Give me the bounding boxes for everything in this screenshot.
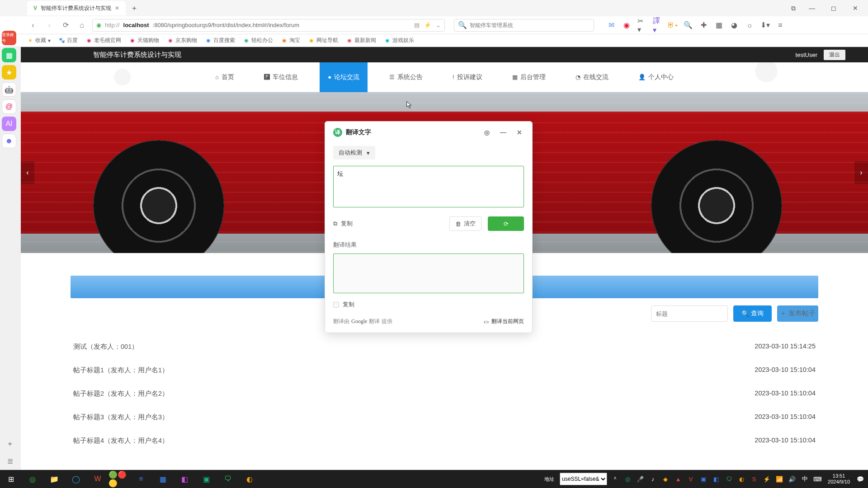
mail-icon[interactable]: ✉ [607, 21, 616, 30]
bookmark-item[interactable]: 🐾百度 [59, 37, 78, 44]
bookmark-item[interactable]: ◉网址导航 [308, 37, 338, 44]
nav-home-icon[interactable]: ⌂ [76, 19, 88, 31]
bookmark-item[interactable]: ◉最新新闻 [346, 37, 376, 44]
language-select[interactable]: 自动检测▾ [333, 146, 375, 160]
popup-minimize-icon[interactable]: — [499, 128, 508, 137]
nav-reload-icon[interactable]: ⟳ [60, 19, 71, 31]
grid-icon[interactable]: ▦ [714, 21, 723, 30]
new-tab-button[interactable]: ＋ [128, 2, 140, 14]
browser-tab[interactable]: V 智能停车计费系统设计与实现 ✕ [27, 1, 126, 15]
weibo-icon[interactable]: ◉ [622, 21, 631, 30]
tray-icon[interactable]: ▲ [673, 474, 683, 484]
bookmark-item[interactable]: ◉轻松办公 [243, 37, 273, 44]
nav-item[interactable]: ◔在线交流 [567, 62, 617, 92]
status-combo[interactable]: useSSL=false& [560, 473, 607, 485]
dock-icon[interactable]: 🤖 [2, 82, 16, 97]
tray-icon[interactable]: 🗨 [724, 474, 734, 484]
tray-icon[interactable]: ♪ [648, 474, 658, 484]
bookmark-item[interactable]: ◉淘宝 [281, 37, 300, 44]
window-close-icon[interactable]: ✕ [845, 1, 865, 15]
tray-wifi-icon[interactable]: 📶 [774, 474, 784, 484]
pin-icon[interactable]: ⧉ [787, 1, 800, 15]
download-icon[interactable]: ⬇▾ [760, 21, 769, 30]
tray-icon[interactable]: ▣ [698, 474, 708, 484]
flash-icon[interactable]: ⚡ [424, 22, 431, 28]
carousel-next-icon[interactable]: › [854, 161, 868, 184]
nav-item[interactable]: ▦后台管理 [504, 62, 554, 92]
nav-item[interactable]: 🅿车位信息 [256, 62, 306, 92]
dock-add-icon[interactable]: ＋ [4, 437, 16, 450]
filter-input[interactable] [651, 305, 728, 322]
post-row[interactable]: 测试（发布人：001）2023-03-10 15:14:25 [71, 335, 818, 359]
post-row[interactable]: 帖子标题4（发布人：用户名4）2023-03-10 15:10:04 [71, 429, 818, 453]
start-button[interactable]: ⊞ [0, 470, 22, 488]
translate-icon[interactable]: 譯▾ [653, 21, 662, 30]
qr-icon[interactable]: ▤ [414, 22, 420, 28]
browser-search-input[interactable] [470, 22, 590, 28]
menu-icon[interactable]: ≡ [776, 21, 785, 30]
translate-go-button[interactable]: ⟳ [488, 216, 524, 231]
tray-expand-icon[interactable]: ＾ [610, 474, 620, 484]
post-row[interactable]: 帖子标题2（发布人：用户名2）2023-03-10 15:10:04 [71, 382, 818, 406]
nav-item[interactable]: ⌂首页 [207, 62, 242, 92]
window-minimize-icon[interactable]: — [802, 1, 822, 15]
post-button[interactable]: ＋发布帖子 [777, 305, 818, 322]
popup-close-icon[interactable]: ✕ [515, 128, 524, 137]
tray-icon[interactable]: ◎ [623, 474, 632, 484]
bookmark-item[interactable]: ◉百度搜索 [205, 37, 235, 44]
post-row[interactable]: 帖子标题3（发布人：用户名3）2023-03-10 15:10:04 [71, 406, 818, 429]
tray-icon[interactable]: ◐ [736, 474, 746, 484]
nav-item[interactable]: ●论坛交流 [320, 62, 368, 92]
dock-icon[interactable]: ☻ [2, 134, 16, 148]
search-button[interactable]: 🔍查询 [733, 305, 772, 322]
clear-button[interactable]: 🗑清空 [449, 216, 481, 231]
taskbar-app[interactable]: ◯ [65, 470, 87, 488]
tray-icon[interactable]: V [686, 474, 696, 484]
taskbar-app[interactable]: 📁 [43, 470, 65, 488]
dock-icon[interactable]: AI [2, 117, 16, 131]
bookmark-item[interactable]: ◉京东购物 [167, 37, 197, 44]
tray-icon[interactable]: ⚡ [762, 474, 772, 484]
taskbar-app[interactable]: ◐ [239, 470, 260, 488]
dock-icon[interactable]: ▦ [2, 48, 16, 62]
dock-list-icon[interactable]: ≣ [4, 455, 16, 467]
sun-icon[interactable]: ☼ [745, 21, 754, 30]
dock-icon[interactable]: 登录账号 [2, 31, 16, 45]
post-row[interactable]: 帖子标题1（发布人：用户名1）2023-03-10 15:10:04 [71, 359, 818, 382]
taskbar-app[interactable]: ▦ [152, 470, 174, 488]
tray-clock[interactable]: 13:512024/9/10 [825, 473, 853, 485]
taskbar-app[interactable]: ◧ [174, 470, 195, 488]
tray-keyboard-icon[interactable]: ⌨ [812, 474, 822, 484]
taskbar-app[interactable]: 🟢🔴🟡 [108, 470, 130, 488]
dock-icon[interactable]: ★ [2, 65, 16, 80]
shield-icon[interactable]: ⛨▾ [668, 21, 677, 30]
address-bar[interactable]: ◉ http://localhost:8080/springbooturqs9/… [92, 19, 445, 32]
browser-search[interactable]: 🔍 [454, 19, 594, 32]
logout-button[interactable]: 退出 [824, 50, 845, 60]
bookmark-item[interactable]: ◉老毛桃官网 [86, 37, 121, 44]
tray-notifications-icon[interactable]: 💬 [855, 474, 865, 484]
taskbar-app[interactable]: ▣ [195, 470, 217, 488]
dock-icon[interactable]: @ [2, 99, 16, 114]
tray-icon[interactable]: ◧ [711, 474, 721, 484]
nav-item[interactable]: !投诉建议 [444, 62, 491, 92]
popup-target-icon[interactable]: ◎ [482, 128, 491, 137]
extensions-icon[interactable]: ✚ [699, 21, 708, 30]
carousel-prev-icon[interactable]: ‹ [21, 161, 34, 184]
tab-close-icon[interactable]: ✕ [115, 5, 119, 11]
taskbar-app[interactable]: ◎ [22, 470, 43, 488]
window-maximize-icon[interactable]: ◻ [824, 1, 844, 15]
color-icon[interactable]: ◕ [730, 21, 739, 30]
nav-item[interactable]: ☰系统公告 [381, 62, 431, 92]
tray-ime-icon[interactable]: 中 [800, 474, 810, 484]
zoom-icon[interactable]: 🔍 [684, 21, 693, 30]
taskbar-app[interactable]: W [87, 470, 108, 488]
taskbar-app[interactable]: ≡ [130, 470, 152, 488]
bookmarks-label[interactable]: ★收藏 ▾ [27, 37, 51, 44]
tray-icon[interactable]: ◆ [660, 474, 670, 484]
nav-forward-icon[interactable]: › [43, 19, 55, 31]
translate-input[interactable]: 坛 [333, 166, 524, 207]
scissors-icon[interactable]: ✂▾ [637, 21, 646, 30]
copy-result-button[interactable]: 复制 [333, 300, 354, 309]
translate-page-button[interactable]: ▭翻译当前网页 [484, 318, 524, 325]
